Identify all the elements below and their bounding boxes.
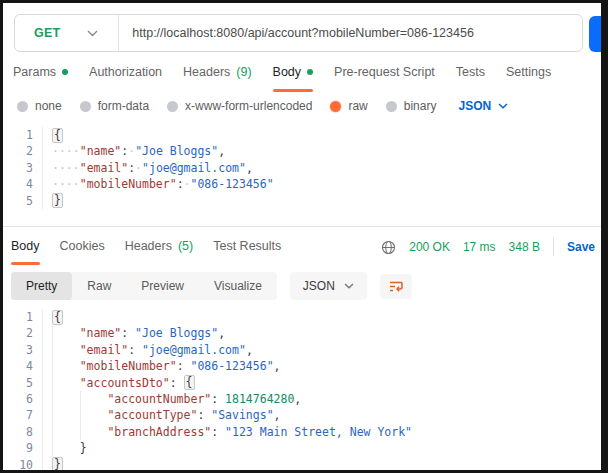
green-dot-icon bbox=[62, 69, 68, 75]
token-key: "mobileNumber" bbox=[80, 176, 177, 192]
divider bbox=[553, 238, 554, 256]
token-str: "123 Main Street, New York" bbox=[225, 424, 412, 440]
token-ws: · bbox=[128, 143, 135, 159]
code-line: 10} bbox=[3, 457, 601, 473]
wrap-lines-button[interactable] bbox=[380, 274, 412, 299]
token-ws: · bbox=[135, 160, 142, 176]
line-number: 1 bbox=[3, 309, 43, 325]
indent-guide bbox=[80, 424, 108, 440]
token-punc: : bbox=[170, 375, 184, 391]
body-mode-none[interactable]: none bbox=[17, 99, 62, 113]
line-number: 5 bbox=[3, 193, 43, 209]
token-brace: } bbox=[52, 457, 63, 472]
token-key: "mobileNumber" bbox=[80, 358, 177, 374]
body-mode-form-data[interactable]: form-data bbox=[80, 99, 149, 113]
token-punc: , bbox=[274, 358, 281, 374]
code-line: 7"accountType": "Savings", bbox=[3, 407, 601, 423]
code-line: 4····"mobileNumber":·"086-123456" bbox=[3, 176, 601, 192]
response-time: 17 ms bbox=[463, 240, 496, 254]
tab-label: Tests bbox=[456, 65, 485, 79]
line-content: "accountNumber": 1814764280, bbox=[52, 391, 301, 407]
network-globe-icon bbox=[381, 240, 396, 255]
code-line: 3"email": "joe@gmail.com", bbox=[3, 342, 601, 358]
line-number: 6 bbox=[3, 391, 43, 407]
method-selector[interactable]: GET bbox=[15, 15, 118, 51]
body-mode-binary[interactable]: binary bbox=[386, 99, 437, 113]
response-status: 200 OK 17 ms 348 B Save bbox=[381, 238, 595, 265]
postman-request-window: GET http://localhost:8080/api/account?mo… bbox=[0, 0, 608, 473]
code-line: 2"name": "Joe Bloggs", bbox=[3, 325, 601, 341]
token-key: "accountNumber" bbox=[107, 391, 211, 407]
token-brace: { bbox=[184, 375, 195, 390]
radio-selected-icon bbox=[330, 101, 341, 112]
indent-guide bbox=[52, 325, 80, 341]
text-wrap-icon bbox=[389, 280, 403, 293]
indent-guide bbox=[52, 375, 80, 391]
view-preview[interactable]: Preview bbox=[126, 272, 199, 300]
token-punc: } bbox=[80, 440, 87, 456]
response-language-dropdown[interactable]: JSON bbox=[290, 272, 367, 300]
response-tab-test-results[interactable]: Test Results bbox=[213, 229, 281, 265]
line-number: 4 bbox=[3, 176, 43, 192]
indent-guide bbox=[52, 440, 80, 456]
response-language-label: JSON bbox=[303, 279, 335, 293]
line-content: { bbox=[52, 309, 63, 325]
body-mode-label: none bbox=[35, 99, 62, 113]
status-code: 200 OK bbox=[409, 240, 450, 254]
url-bar: GET http://localhost:8080/api/account?mo… bbox=[14, 14, 583, 52]
code-line: 4"mobileNumber": "086-123456", bbox=[3, 358, 601, 374]
code-line: 9} bbox=[3, 440, 601, 456]
response-tab-headers[interactable]: Headers(5) bbox=[125, 229, 194, 265]
token-key: "branchAddress" bbox=[107, 424, 211, 440]
tab-count: (5) bbox=[178, 239, 193, 253]
code-line: 2····"name":·"Joe Bloggs", bbox=[3, 143, 601, 159]
tab-label: Settings bbox=[506, 65, 551, 79]
response-tab-cookies[interactable]: Cookies bbox=[60, 229, 105, 265]
request-body-editor[interactable]: 1{2····"name":·"Joe Bloggs",3····"email"… bbox=[3, 127, 601, 209]
line-number: 2 bbox=[3, 143, 43, 159]
response-body-editor[interactable]: 1{2"name": "Joe Bloggs",3"email": "joe@g… bbox=[3, 309, 601, 473]
token-punc: : bbox=[177, 176, 184, 192]
indent-guide bbox=[52, 424, 80, 440]
tab-pre-request-script[interactable]: Pre-request Script bbox=[334, 59, 435, 92]
raw-language-dropdown[interactable]: JSON bbox=[458, 99, 508, 113]
send-button[interactable] bbox=[589, 16, 601, 52]
save-response-button[interactable]: Save bbox=[567, 240, 595, 254]
response-tab-body[interactable]: Body bbox=[11, 229, 40, 265]
radio-icon bbox=[386, 101, 397, 112]
token-ws: ···· bbox=[52, 176, 80, 192]
response-header: BodyCookiesHeaders(5)Test Results 200 OK… bbox=[3, 227, 601, 265]
code-line: 1{ bbox=[3, 309, 601, 325]
indent-guide bbox=[52, 342, 80, 358]
body-mode-raw[interactable]: raw bbox=[330, 99, 367, 113]
line-content: "name": "Joe Bloggs", bbox=[52, 325, 225, 341]
token-key: "name" bbox=[80, 325, 122, 341]
line-number: 8 bbox=[3, 424, 43, 440]
indent-guide bbox=[52, 407, 80, 423]
view-raw[interactable]: Raw bbox=[72, 272, 126, 300]
token-punc: , bbox=[274, 407, 281, 423]
body-mode-label: binary bbox=[404, 99, 437, 113]
token-ws: ···· bbox=[52, 160, 80, 176]
view-pretty[interactable]: Pretty bbox=[11, 272, 72, 300]
tab-label: Body bbox=[11, 239, 40, 253]
token-punc: , bbox=[218, 143, 225, 159]
green-dot-icon bbox=[307, 69, 313, 75]
tab-params[interactable]: Params bbox=[13, 59, 68, 92]
body-mode-x-www-form-urlencoded[interactable]: x-www-form-urlencoded bbox=[167, 99, 312, 113]
body-mode-row: noneform-datax-www-form-urlencodedrawbin… bbox=[17, 99, 508, 113]
chevron-down-icon bbox=[344, 283, 354, 289]
tab-tests[interactable]: Tests bbox=[456, 59, 485, 92]
indent-guide bbox=[80, 407, 108, 423]
tab-headers[interactable]: Headers(9) bbox=[183, 59, 252, 92]
tab-settings[interactable]: Settings bbox=[506, 59, 551, 92]
tab-body[interactable]: Body bbox=[273, 59, 314, 92]
line-content: "accountsDto": { bbox=[52, 375, 195, 391]
view-visualize[interactable]: Visualize bbox=[199, 272, 277, 300]
tab-authorization[interactable]: Authorization bbox=[89, 59, 162, 92]
token-punc: , bbox=[246, 342, 253, 358]
indent-guide bbox=[52, 358, 80, 374]
line-number: 2 bbox=[3, 325, 43, 341]
token-num: 1814764280 bbox=[225, 391, 294, 407]
url-input[interactable]: http://localhost:8080/api/account?mobile… bbox=[119, 26, 474, 40]
